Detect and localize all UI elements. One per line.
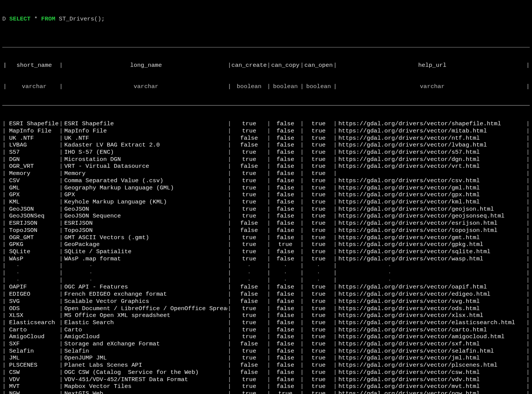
table-row: |NGW|NextGIS Web|true|true|true|https://… bbox=[2, 390, 530, 394]
table-row: |Selafin|Selafin|true|false|true|https:/… bbox=[2, 348, 530, 355]
table-row: |UK .NTF|UK .NTF|false|false|true|https:… bbox=[2, 135, 530, 142]
table-row: |ODS|Open Document / LibreOffice / OpenO… bbox=[2, 305, 530, 312]
col-sep: | bbox=[333, 62, 337, 69]
table-row: |LVBAG|Kadaster LV BAG Extract 2.0|false… bbox=[2, 142, 530, 149]
kw-from: FROM bbox=[41, 16, 55, 22]
hdr-help_url: help_url bbox=[337, 62, 526, 69]
typ-0: varchar bbox=[8, 83, 59, 90]
table-row: |TopoJSON|TopoJSON|false|false|true|http… bbox=[2, 227, 530, 234]
col-sep: | bbox=[526, 62, 530, 69]
table-row: |KML|Keyhole Markup Language (KML)|true|… bbox=[2, 199, 530, 206]
star: * bbox=[30, 16, 41, 22]
type-row: | varchar| varchar| boolean| boolean| bo… bbox=[2, 83, 530, 90]
header-divider bbox=[2, 105, 530, 106]
table-row: |PLSCENES|Planet Labs Scenes API|false|f… bbox=[2, 362, 530, 369]
col-sep: | bbox=[2, 62, 8, 69]
table-row: |ESRI Shapefile|ESRI Shapefile|true|fals… bbox=[2, 120, 530, 128]
table-row: |CSV|Comma Separated Value (.csv)|true|f… bbox=[2, 177, 530, 184]
result-table: | short_name| long_name| can_create| can… bbox=[2, 47, 530, 394]
table-row: |GeoJSONSeq|GeoJSON Sequence|true|false|… bbox=[2, 213, 530, 220]
col-sep: | bbox=[267, 62, 271, 69]
col-sep: | bbox=[228, 83, 231, 90]
hdr-long_name: long_name bbox=[63, 62, 228, 69]
table-row: |GPX|GPX|true|false|true|https://gdal.or… bbox=[2, 191, 530, 199]
table-row: |Memory|Memory|true|false|true|| bbox=[2, 170, 530, 177]
table-row: |XLSX|MS Office Open XML spreadsheet|tru… bbox=[2, 312, 530, 319]
sql-rest: ST_Drivers(); bbox=[55, 16, 105, 22]
table-row: |SQLite|SQLite / Spatialite|true|false|t… bbox=[2, 248, 530, 255]
hdr-can_create: can_create bbox=[231, 62, 267, 69]
table-row: |OGR_VRT|VRT - Virtual Datasource|false|… bbox=[2, 163, 530, 170]
table-row: |OAPIF|OGC API - Features|false|false|tr… bbox=[2, 284, 530, 291]
table-row: |Elasticsearch|Elastic Search|true|false… bbox=[2, 319, 530, 326]
table-row: |VDV|VDV-451/VDV-452/INTREST Data Format… bbox=[2, 376, 530, 383]
col-sep: | bbox=[267, 83, 271, 90]
typ-3: boolean bbox=[271, 83, 300, 90]
prompt-marker: D bbox=[2, 16, 10, 22]
terminal-screen[interactable]: D SELECT * FROM ST_Drivers(); | short_na… bbox=[0, 0, 532, 394]
typ-2: boolean bbox=[231, 83, 267, 90]
col-sep: | bbox=[333, 83, 337, 90]
data-rows: |ESRI Shapefile|ESRI Shapefile|true|fals… bbox=[2, 120, 530, 394]
table-row: |GeoJSON|GeoJSON|true|false|true|https:/… bbox=[2, 206, 530, 213]
hdr-short_name: short_name bbox=[8, 62, 59, 69]
table-row: |Carto|Carto|true|false|true|https://gda… bbox=[2, 326, 530, 334]
table-row: |WAsP|WAsP .map format|true|false|true|h… bbox=[2, 255, 530, 263]
table-row: |MVT|Mapbox Vector Tiles|true|false|true… bbox=[2, 383, 530, 390]
typ-5: varchar bbox=[337, 83, 526, 90]
table-row: |DGN|Microstation DGN|true|false|true|ht… bbox=[2, 156, 530, 163]
table-row: | ·| ·|·|·|·| ·| bbox=[2, 269, 530, 277]
kw-select: SELECT bbox=[10, 16, 31, 22]
table-row: |GPKG|GeoPackage|true|true|true|https://… bbox=[2, 241, 530, 248]
table-row: |ESRIJSON|ESRIJSON|false|false|true|http… bbox=[2, 220, 530, 227]
table-row: | ·| ·|·|·|·| ·| bbox=[2, 277, 530, 284]
col-sep: | bbox=[59, 83, 63, 90]
table-row: |MapInfo File|MapInfo File|true|false|tr… bbox=[2, 128, 530, 135]
table-row: |AmigoCloud|AmigoCloud|true|false|true|h… bbox=[2, 333, 530, 340]
table-row: |SVG|Scalable Vector Graphics|false|fals… bbox=[2, 298, 530, 305]
table-row: | ·| ·|·|·|·| ·| bbox=[2, 262, 530, 269]
col-sep: | bbox=[300, 83, 304, 90]
table-row: |SXF|Storage and eXchange Format|false|f… bbox=[2, 340, 530, 348]
table-row: |S57|IHO S-57 (ENC)|true|false|true|http… bbox=[2, 149, 530, 156]
sql-prompt: D SELECT * FROM ST_Drivers(); bbox=[2, 16, 530, 23]
col-sep: | bbox=[59, 62, 63, 69]
col-sep: | bbox=[228, 62, 231, 69]
typ-1: varchar bbox=[63, 83, 228, 90]
col-sep: | bbox=[526, 83, 530, 90]
table-row: |OGR_GMT|GMT ASCII Vectors (.gmt)|true|f… bbox=[2, 234, 530, 241]
table-row: |CSW|OGC CSW (Catalog Service for the We… bbox=[2, 369, 530, 376]
table-row: |JML|OpenJUMP JML|true|false|true|https:… bbox=[2, 355, 530, 362]
col-sep: | bbox=[300, 62, 304, 69]
hdr-can_open: can_open bbox=[304, 62, 333, 69]
header-row: | short_name| long_name| can_create| can… bbox=[2, 62, 530, 69]
col-sep: | bbox=[2, 83, 8, 90]
hdr-can_copy: can_copy bbox=[271, 62, 300, 69]
typ-4: boolean bbox=[304, 83, 333, 90]
table-row: |GML|Geography Markup Language (GML)|tru… bbox=[2, 184, 530, 192]
table-row: |EDIGEO|French EDIGEO exchange format|fa… bbox=[2, 291, 530, 298]
